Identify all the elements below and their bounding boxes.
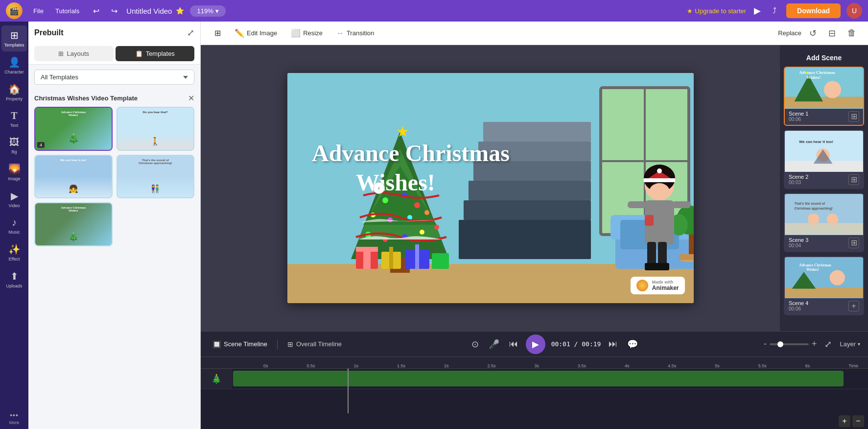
zoom-control[interactable]: 119% ▾ <box>190 5 225 17</box>
text-icon: T <box>11 110 17 121</box>
overall-timeline-tab[interactable]: ⊞ Overall Timeline <box>283 338 346 350</box>
scene-card-2[interactable]: We can hear it too! Scene 2 00:03 ⊞ <box>784 130 864 189</box>
svg-point-35 <box>424 210 429 215</box>
scene-2-options-button[interactable]: ⊞ <box>848 174 859 185</box>
music-icon: ♪ <box>12 217 17 228</box>
layer-selector[interactable]: Layer ▾ <box>840 340 860 348</box>
fit-view-btn[interactable]: ⤢ <box>822 337 834 352</box>
template-thumb-2[interactable]: Do you hear that? 🚶 <box>117 107 195 151</box>
timeline-bottom: + − <box>201 413 868 429</box>
svg-text:★: ★ <box>805 70 808 74</box>
template-thumb-5[interactable]: Advance ChristmasWishes! 🎄 <box>34 202 113 246</box>
split-view-button[interactable]: ⊟ <box>824 26 840 41</box>
sidebar-item-bg[interactable]: 🖼 Bg <box>1 133 27 158</box>
more-button[interactable]: ••• More <box>5 407 23 429</box>
main-canvas[interactable]: ★ <box>287 73 694 303</box>
scene-4-add-button[interactable]: + <box>848 301 859 311</box>
sidebar-item-character[interactable]: 👤 Character <box>1 52 27 78</box>
svg-text:Wishes!: Wishes! <box>806 267 819 272</box>
sidebar-item-label: Text <box>10 123 19 128</box>
mic-btn[interactable]: 🎤 <box>487 337 501 352</box>
expand-button[interactable]: ⤢ <box>187 27 194 38</box>
svg-text:Christmas approaching!: Christmas approaching! <box>795 207 833 211</box>
skip-back-btn[interactable]: ⏮ <box>507 337 520 351</box>
zoom-in-icon[interactable]: + <box>812 339 817 349</box>
file-menu[interactable]: File <box>28 5 48 17</box>
svg-text:Advance Christmas: Advance Christmas <box>312 140 510 166</box>
tutorials-menu[interactable]: Tutorials <box>50 5 84 17</box>
svg-rect-47 <box>415 244 419 269</box>
timeline-play-button[interactable]: ▶ <box>526 334 545 354</box>
timeline-divider <box>277 339 278 349</box>
svg-rect-7 <box>483 122 591 142</box>
share-button[interactable]: ⤴ <box>769 4 780 17</box>
sidebar-item-image[interactable]: 🌄 Image <box>1 159 27 185</box>
sidebar-item-music[interactable]: ♪ Music <box>1 213 27 238</box>
edit-image-button[interactable]: ✏️ Edit Image <box>229 25 283 41</box>
undo-button[interactable]: ↩ <box>90 4 102 18</box>
svg-point-29 <box>382 197 388 203</box>
captions-btn[interactable]: 💬 <box>625 337 640 352</box>
play-preview-button[interactable]: ▶ <box>752 3 763 18</box>
sidebar-item-text[interactable]: T Text <box>1 106 27 132</box>
toolbar-layouts-btn[interactable]: ⊞ <box>209 25 227 41</box>
svg-rect-59 <box>656 263 669 270</box>
scene-card-1[interactable]: Advance Christmas Wishes! ★ Scene 1 00:0… <box>784 67 864 126</box>
image-icon: 🌄 <box>8 163 21 175</box>
scene-timeline-tab[interactable]: 🔲 Scene Timeline <box>209 338 271 350</box>
template-thumb-1[interactable]: Advance ChristmasWishes! 🎄 4 <box>34 107 113 151</box>
tab-layouts[interactable]: ⊞ Layouts <box>34 46 114 61</box>
track-block-christmas[interactable] <box>233 371 844 386</box>
zoom-slider[interactable] <box>770 343 809 345</box>
template-close-button[interactable]: ✕ <box>188 94 194 103</box>
sidebar-item-templates[interactable]: ⊞ Templates <box>1 25 27 51</box>
templates-tab-icon: 📋 <box>135 50 143 57</box>
track-content-1 <box>232 369 868 389</box>
scene-1-options-button[interactable]: ⊞ <box>848 111 859 122</box>
sidebar-item-label: Uploads <box>6 284 22 288</box>
sidebar-item-effect[interactable]: ✨ Effect <box>1 239 27 265</box>
template-list-header: Christmas Wishes Video Template ✕ <box>28 90 200 107</box>
svg-point-94 <box>827 214 838 225</box>
skip-forward-btn[interactable]: ⏭ <box>607 337 619 351</box>
sidebar-item-label: Effect <box>9 257 20 262</box>
refresh-button[interactable]: ↺ <box>805 26 821 41</box>
canvas-area: ‹ <box>201 45 780 331</box>
sidebar-item-property[interactable]: 🏠 Property <box>1 79 27 105</box>
upgrade-button[interactable]: ★ Upgrade to starter <box>687 7 746 15</box>
sidebar-item-uploads[interactable]: ⬆ Uploads <box>1 266 27 292</box>
scene-1-time: 00:06 <box>789 117 808 122</box>
timeline-controls: 🔲 Scene Timeline ⊞ Overall Timeline ⊙ 🎤 … <box>201 332 868 357</box>
resize-button[interactable]: ⬜ Resize <box>285 25 328 41</box>
template-thumb-4[interactable]: That's the sound ofChristmas approaching… <box>117 155 195 199</box>
character-icon: 👤 <box>8 56 21 68</box>
user-avatar[interactable]: U <box>846 3 862 19</box>
scene-card-4[interactable]: Advance Christmas Wishes! Scene 4 00:06 … <box>784 256 864 315</box>
timeline-add-button[interactable]: + <box>839 415 850 427</box>
main-layout: ⊞ Templates 👤 Character 🏠 Property T Tex… <box>0 22 868 429</box>
toolbar: ⊞ ✏️ Edit Image ⬜ Resize ↔ Transition Re… <box>201 22 868 45</box>
transition-button[interactable]: ↔ Transition <box>330 26 380 41</box>
uploads-icon: ⬆ <box>10 270 19 282</box>
collapse-panel-button[interactable]: ‹ <box>373 182 385 194</box>
dropdown-row: All Templates Business Holiday Education <box>28 65 200 90</box>
zoom-out-icon[interactable]: - <box>764 339 767 349</box>
timeline-remove-button[interactable]: − <box>852 415 864 427</box>
redo-button[interactable]: ↪ <box>108 4 120 18</box>
record-btn[interactable]: ⊙ <box>469 337 481 352</box>
scene-4-info: Scene 4 00:06 + <box>785 298 863 314</box>
track-label-1: 🎄 <box>201 369 232 389</box>
template-thumb-3[interactable]: We can hear it too! 👧 <box>34 155 113 199</box>
app-logo: 🎬 <box>6 2 23 19</box>
delete-button[interactable]: 🗑 <box>844 26 860 40</box>
templates-dropdown[interactable]: All Templates Business Holiday Education <box>34 70 194 85</box>
download-button[interactable]: Download <box>786 3 841 18</box>
scene-thumb-3: That's the sound of Christmas approachin… <box>785 194 863 235</box>
sidebar-item-video[interactable]: ▶ Video <box>1 186 27 212</box>
scene-card-3[interactable]: That's the sound of Christmas approachin… <box>784 193 864 252</box>
sidebar-item-label: Video <box>9 203 20 208</box>
tab-templates[interactable]: 📋 Templates <box>116 46 195 61</box>
replace-button[interactable]: Replace <box>778 29 801 37</box>
scene-3-options-button[interactable]: ⊞ <box>848 238 859 248</box>
add-scene-button[interactable]: Add Scene <box>784 49 864 67</box>
